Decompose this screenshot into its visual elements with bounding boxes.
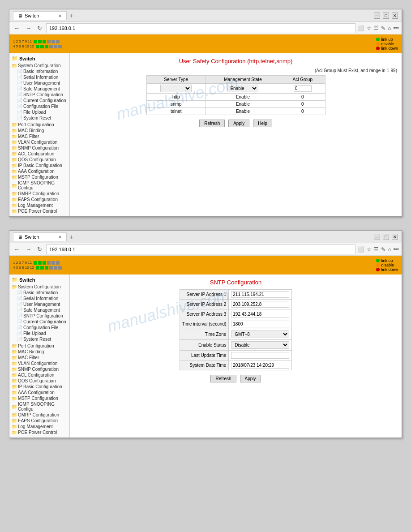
sidebar-item-basic-info-1[interactable]: 📄 Basic Information bbox=[12, 69, 67, 74]
sidebar-ip-2[interactable]: 📁 IP Basic Configuration bbox=[12, 384, 67, 390]
sidebar-mac-filter-1[interactable]: 📁 MAC Filter bbox=[12, 133, 67, 139]
sidebar-poe-2[interactable]: 📁 POE Power Control bbox=[12, 429, 67, 435]
sidebar-item-basic-info-2[interactable]: 📄 Basic Information bbox=[12, 290, 67, 296]
home-icon-1[interactable]: ⌂ bbox=[388, 25, 391, 31]
sidebar-igmp-2[interactable]: 📁 IGMP SNOOPING Configu bbox=[12, 401, 67, 412]
edit-icon-1[interactable]: ✎ bbox=[381, 25, 385, 31]
browser-tab-1[interactable]: 🖥 Switch ✕ bbox=[13, 11, 67, 20]
reader-icon-2[interactable]: ⬜ bbox=[358, 246, 364, 253]
sidebar-item-user-mgmt-1[interactable]: 📄 User Management bbox=[12, 80, 67, 86]
mgmt-state-select-0[interactable]: Enable Disable bbox=[227, 85, 258, 92]
sidebar-item-sntp-2[interactable]: 📄 SNTP Configuration bbox=[12, 313, 67, 319]
sidebar-item-safe-mgmt-2[interactable]: 📄 Safe Management bbox=[12, 307, 67, 313]
sidebar-item-system-reset-2[interactable]: 📄 System Reset bbox=[12, 336, 67, 342]
sidebar-gmrp-1[interactable]: 📁 GMRP Configuration bbox=[12, 191, 67, 197]
close-btn-1[interactable]: ✕ bbox=[392, 13, 398, 19]
system-date-input[interactable] bbox=[231, 362, 289, 369]
edit-icon-2[interactable]: ✎ bbox=[381, 246, 385, 253]
sntp-value-2[interactable] bbox=[229, 309, 292, 319]
cell-state-0[interactable]: Enable Disable bbox=[206, 84, 280, 94]
more-icon-2[interactable]: ••• bbox=[393, 246, 399, 253]
sidebar-system-config-1[interactable]: 📁 System Configuration bbox=[12, 63, 67, 69]
sidebar-mac-binding-2[interactable]: 📁 MAC Binding bbox=[12, 349, 67, 355]
sidebar-aaa-2[interactable]: 📁 AAA Configuration bbox=[12, 390, 67, 395]
sidebar-item-safe-mgmt-1[interactable]: 📄 Safe Management bbox=[12, 86, 67, 92]
sidebar-eaps-1[interactable]: 📁 EAPS Configuration bbox=[12, 197, 67, 202]
sidebar-snmp-1[interactable]: 📁 SNMP Configuration bbox=[12, 145, 67, 151]
sidebar-aaa-1[interactable]: 📁 AAA Configuration bbox=[12, 168, 67, 174]
refresh-nav-btn-1[interactable]: ↻ bbox=[35, 24, 44, 32]
sidebar-item-current-config-2[interactable]: 📄 Current Configuration bbox=[12, 319, 67, 325]
home-icon-2[interactable]: ⌂ bbox=[388, 246, 391, 253]
apply-btn-2[interactable]: Apply bbox=[240, 375, 261, 382]
menu-icon-1[interactable]: ☰ bbox=[374, 25, 379, 31]
address-bar-2[interactable] bbox=[46, 245, 355, 254]
sidebar-qos-1[interactable]: 📁 QOS Configuration bbox=[12, 157, 67, 163]
sidebar-vlan-2[interactable]: 📁 VLAN Configuration bbox=[12, 360, 67, 366]
help-btn-1[interactable]: Help bbox=[253, 120, 272, 127]
refresh-btn-1[interactable]: Refresh bbox=[199, 120, 225, 127]
maximize-btn-2[interactable]: □ bbox=[383, 234, 389, 240]
sidebar-item-file-upload-1[interactable]: 📄 File Upload bbox=[12, 109, 67, 115]
sidebar-gmrp-2[interactable]: 📁 GMRP Configuration bbox=[12, 412, 67, 418]
address-bar-1[interactable] bbox=[46, 23, 355, 33]
cell-type-0[interactable]: http snmp telnet bbox=[146, 84, 206, 94]
menu-icon-2[interactable]: ☰ bbox=[374, 246, 379, 253]
sidebar-acl-2[interactable]: 📁 ACL Configuration bbox=[12, 372, 67, 378]
sidebar-port-config-2[interactable]: 📁 Port Configuration bbox=[12, 343, 67, 349]
minimize-btn-2[interactable]: — bbox=[374, 234, 380, 240]
enable-status-select[interactable]: Disable Enable bbox=[231, 341, 289, 349]
sntp-value-4[interactable]: GMT+8 GMT+0 GMT-5 bbox=[229, 329, 292, 340]
bookmark-icon-1[interactable]: ☆ bbox=[367, 25, 372, 31]
sidebar-item-user-mgmt-2[interactable]: 📄 User Management bbox=[12, 301, 67, 307]
server-ip-1-input[interactable] bbox=[231, 291, 289, 298]
sidebar-acl-1[interactable]: 📁 ACL Configuration bbox=[12, 151, 67, 157]
acl-input-0[interactable] bbox=[294, 85, 312, 92]
sidebar-qos-2[interactable]: 📁 QOS Configuration bbox=[12, 378, 67, 384]
back-btn-1[interactable]: ← bbox=[12, 24, 21, 32]
sidebar-item-config-file-1[interactable]: 📄 Configuration File bbox=[12, 103, 67, 109]
sidebar-system-config-2[interactable]: 📁 System Configuration bbox=[12, 284, 67, 290]
sntp-value-5[interactable]: Disable Enable bbox=[229, 340, 292, 351]
last-update-input[interactable] bbox=[231, 352, 289, 359]
browser-tab-2[interactable]: 🖥 Switch ✕ bbox=[13, 232, 67, 241]
tab-close-btn-1[interactable]: ✕ bbox=[58, 13, 62, 18]
sidebar-item-sntp-1[interactable]: 📄 SNTP Configuration bbox=[12, 92, 67, 98]
sidebar-port-config-1[interactable]: 📁 Port Configuration bbox=[12, 122, 67, 128]
sntp-value-3[interactable] bbox=[229, 319, 292, 329]
new-tab-btn-1[interactable]: + bbox=[69, 12, 73, 19]
sidebar-ip-1[interactable]: 📁 IP Basic Configuration bbox=[12, 163, 67, 168]
new-tab-btn-2[interactable]: + bbox=[69, 233, 73, 240]
back-btn-2[interactable]: ← bbox=[12, 245, 21, 253]
sntp-value-0[interactable] bbox=[229, 290, 292, 300]
sidebar-poe-1[interactable]: 📁 POE Power Control bbox=[12, 208, 67, 214]
sntp-value-1[interactable] bbox=[229, 300, 292, 309]
sidebar-mstp-2[interactable]: 📁 MSTP Configuration bbox=[12, 395, 67, 401]
sidebar-mac-filter-2[interactable]: 📁 MAC Filter bbox=[12, 355, 67, 360]
server-ip-3-input[interactable] bbox=[231, 311, 289, 317]
sidebar-item-current-config-1[interactable]: 📄 Current Configuration bbox=[12, 98, 67, 103]
close-btn-2[interactable]: ✕ bbox=[392, 234, 398, 240]
minimize-btn-1[interactable]: — bbox=[374, 13, 380, 19]
sidebar-log-2[interactable]: 📁 Log Management bbox=[12, 424, 67, 429]
reader-icon-1[interactable]: ⬜ bbox=[358, 25, 364, 31]
forward-btn-1[interactable]: → bbox=[24, 24, 33, 32]
sidebar-mac-binding-1[interactable]: 📁 MAC Binding bbox=[12, 128, 67, 133]
server-ip-2-input[interactable] bbox=[231, 301, 289, 308]
tab-close-btn-2[interactable]: ✕ bbox=[58, 235, 62, 240]
server-type-select-0[interactable]: http snmp telnet bbox=[160, 85, 192, 92]
cell-acl-0[interactable] bbox=[280, 84, 325, 94]
refresh-nav-btn-2[interactable]: ↻ bbox=[35, 245, 44, 253]
sidebar-mstp-1[interactable]: 📁 MSTP Configuration bbox=[12, 174, 67, 180]
bookmark-icon-2[interactable]: ☆ bbox=[367, 246, 372, 253]
timezone-select[interactable]: GMT+8 GMT+0 GMT-5 bbox=[231, 330, 289, 338]
sidebar-snmp-2[interactable]: 📁 SNMP Configuration bbox=[12, 366, 67, 372]
time-interval-input[interactable] bbox=[231, 321, 289, 327]
sidebar-igmp-1[interactable]: 📁 IGMP SNOOPING Configu bbox=[12, 180, 67, 191]
sidebar-vlan-1[interactable]: 📁 VLAN Configuration bbox=[12, 139, 67, 145]
sidebar-log-1[interactable]: 📁 Log Management bbox=[12, 202, 67, 208]
maximize-btn-1[interactable]: □ bbox=[383, 13, 389, 19]
sidebar-item-serial-info-2[interactable]: 📄 Serial Information bbox=[12, 296, 67, 301]
forward-btn-2[interactable]: → bbox=[24, 245, 33, 253]
refresh-btn-2[interactable]: Refresh bbox=[210, 375, 236, 382]
